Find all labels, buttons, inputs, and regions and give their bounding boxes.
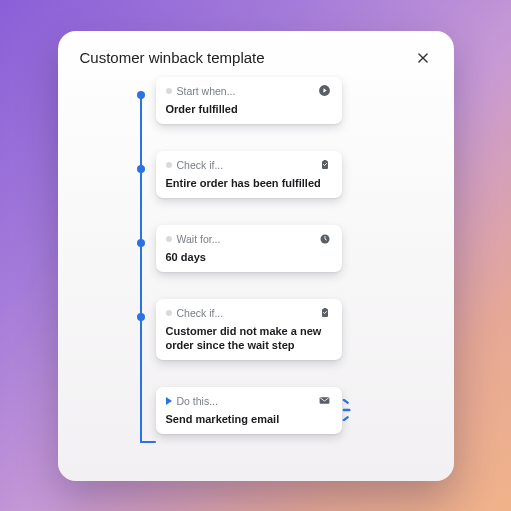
flow-dot bbox=[137, 91, 145, 99]
step-desc: Entire order has been fulfilled bbox=[166, 176, 332, 190]
flow-rail bbox=[140, 93, 142, 443]
flow-dot bbox=[137, 313, 145, 321]
clock-icon bbox=[318, 232, 332, 246]
modal: Customer winback template Start when... … bbox=[58, 31, 454, 481]
step-desc: Order fulfilled bbox=[166, 102, 332, 116]
svg-rect-5 bbox=[323, 308, 326, 310]
close-icon bbox=[416, 51, 430, 65]
highlight-burst-icon bbox=[342, 399, 364, 421]
step-label: Wait for... bbox=[177, 233, 221, 245]
flow-dot bbox=[137, 165, 145, 173]
bullet-icon bbox=[166, 162, 172, 168]
step-card-check[interactable]: Check if... Customer did not make a new … bbox=[156, 299, 342, 361]
step-label: Start when... bbox=[177, 85, 236, 97]
step-desc: Send marketing email bbox=[166, 412, 332, 426]
step-chip: Start when... bbox=[166, 85, 236, 97]
step-label: Check if... bbox=[177, 159, 224, 171]
step-chip: Wait for... bbox=[166, 233, 221, 245]
step-card-check[interactable]: Check if... Entire order has been fulfil… bbox=[156, 151, 342, 198]
step-label: Do this... bbox=[177, 395, 218, 407]
flow-rail-foot bbox=[140, 441, 156, 443]
step-card-start[interactable]: Start when... Order fulfilled bbox=[156, 77, 342, 124]
step-chip: Check if... bbox=[166, 159, 224, 171]
modal-header: Customer winback template bbox=[80, 49, 432, 67]
flow-dot bbox=[137, 239, 145, 247]
mail-icon bbox=[318, 394, 332, 408]
play-circle-icon bbox=[318, 84, 332, 98]
clipboard-icon bbox=[318, 306, 332, 320]
workflow-flow: Start when... Order fulfilled Check if..… bbox=[134, 77, 432, 477]
close-button[interactable] bbox=[414, 49, 432, 67]
clipboard-icon bbox=[318, 158, 332, 172]
step-desc: Customer did not make a new order since … bbox=[166, 324, 332, 353]
svg-rect-2 bbox=[323, 160, 326, 162]
bullet-icon bbox=[166, 236, 172, 242]
bullet-icon bbox=[166, 310, 172, 316]
bullet-icon bbox=[166, 88, 172, 94]
step-desc: 60 days bbox=[166, 250, 332, 264]
step-card-wait[interactable]: Wait for... 60 days bbox=[156, 225, 342, 272]
step-card-do[interactable]: Do this... Send marketing email bbox=[156, 387, 342, 434]
modal-title: Customer winback template bbox=[80, 49, 265, 66]
play-icon bbox=[166, 397, 172, 405]
step-chip: Check if... bbox=[166, 307, 224, 319]
step-chip: Do this... bbox=[166, 395, 218, 407]
step-label: Check if... bbox=[177, 307, 224, 319]
